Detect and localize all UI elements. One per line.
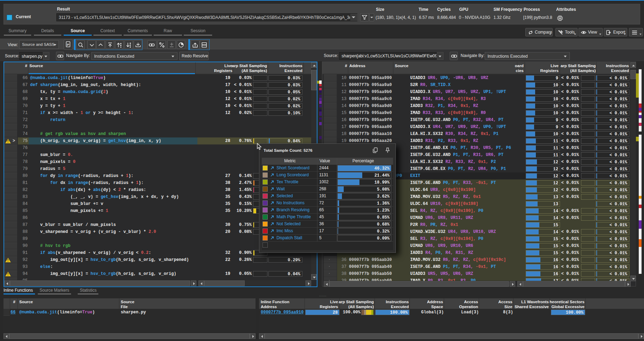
svg-text:P: P	[67, 43, 69, 47]
